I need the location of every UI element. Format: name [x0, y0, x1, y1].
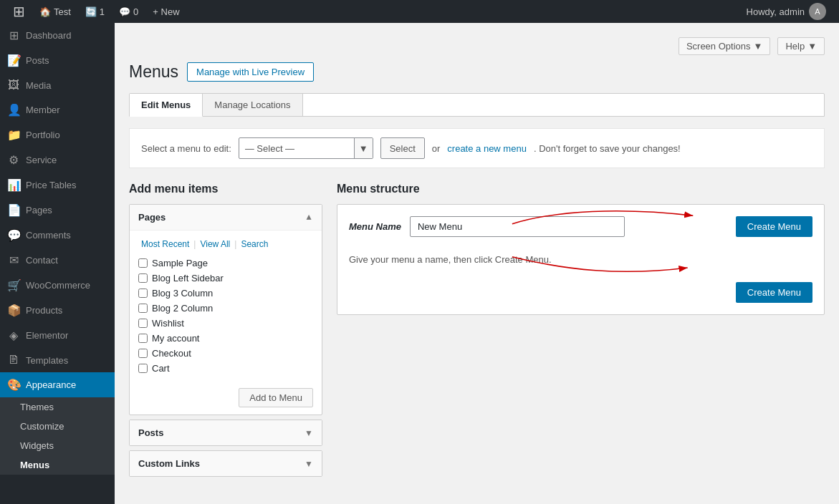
main-content: Screen Options ▼ Help ▼ Menus Manage wit… [115, 23, 839, 504]
add-to-menu-btn[interactable]: Add to Menu [239, 388, 313, 407]
page-checkbox-my-account[interactable] [138, 334, 148, 343]
screen-options-label: Screen Options [686, 41, 751, 52]
new-btn[interactable]: + New [145, 0, 186, 23]
howdy-text: Howdy, admin [747, 6, 805, 17]
sidebar-label-price-tables: Price Tables [26, 180, 77, 190]
sidebar-sub-themes[interactable]: Themes [0, 397, 115, 417]
posts-accordion-header[interactable]: Posts ▼ [130, 420, 322, 445]
page-item-wishlist[interactable]: Wishlist [138, 318, 313, 329]
sidebar-item-portfolio[interactable]: 📁 Portfolio [0, 122, 115, 147]
menu-name-input[interactable] [410, 216, 625, 237]
posts-accordion-arrow: ▼ [305, 428, 313, 438]
pages-accordion: Pages ▼ Most Recent | View All | Search [129, 204, 322, 415]
updates-btn[interactable]: 🔄 1 [78, 0, 112, 23]
sidebar-label-service: Service [26, 155, 57, 165]
add-menu-items-panel: Add menu items Pages ▼ Most Recent | Vie… [129, 183, 322, 481]
tab-edit-menus[interactable]: Edit Menus [130, 94, 203, 117]
service-icon: ⚙ [7, 153, 20, 167]
create-new-menu-link[interactable]: create a new menu [447, 143, 527, 154]
page-checkbox-blog-left[interactable] [138, 273, 148, 283]
select-btn[interactable]: Select [380, 137, 425, 159]
comments-btn[interactable]: 💬 0 [112, 0, 145, 23]
member-icon: 👤 [7, 103, 20, 117]
pages-list-wrapper: Sample Page Blog Left Sidebar Blog 3 Col… [138, 258, 313, 374]
sidebar-item-elementor[interactable]: ◈ Elementor [0, 323, 115, 348]
screen-options-btn[interactable]: Screen Options ▼ [679, 37, 770, 55]
wp-logo-btn[interactable]: ⊞ [6, 0, 32, 23]
mini-tab-view-all[interactable]: View All [197, 238, 233, 251]
sidebar-sub-menus[interactable]: Menus [0, 455, 115, 475]
page-title: Menus [129, 62, 178, 82]
appearance-submenu: Themes Customize Widgets Menus [0, 397, 115, 475]
sidebar-item-media[interactable]: 🖼 Media [0, 73, 115, 97]
new-label: + New [153, 6, 179, 17]
page-item-blog-left[interactable]: Blog Left Sidebar [138, 273, 313, 284]
sidebar-item-price-tables[interactable]: 📊 Price Tables [0, 173, 115, 198]
sidebar-label-appearance: Appearance [26, 379, 76, 390]
posts-accordion: Posts ▼ [129, 420, 322, 446]
menu-name-label: Menu Name [349, 221, 401, 232]
page-item-my-account[interactable]: My account [138, 333, 313, 344]
site-name-btn[interactable]: 🏠 Test [32, 0, 78, 23]
select-menu-bar: Select a menu to edit: — Select — ▼ Sele… [129, 128, 825, 168]
page-checkbox-cart[interactable] [138, 364, 148, 373]
tab-manage-locations[interactable]: Manage Locations [203, 94, 302, 116]
mini-tab-search[interactable]: Search [238, 238, 271, 251]
woocommerce-icon: 🛒 [7, 278, 20, 292]
or-text: or [432, 143, 441, 154]
page-checkbox-checkout[interactable] [138, 349, 148, 358]
sidebar-item-posts[interactable]: 📝 Posts [0, 48, 115, 73]
menu-select[interactable]: — Select — [239, 140, 354, 157]
screen-options-arrow-icon: ▼ [754, 41, 763, 52]
mini-tab-most-recent[interactable]: Most Recent [138, 238, 192, 251]
help-btn[interactable]: Help ▼ [777, 37, 825, 55]
sidebar-sub-customize[interactable]: Customize [0, 417, 115, 436]
sidebar-item-contact[interactable]: ✉ Contact [0, 248, 115, 273]
page-checkbox-wishlist[interactable] [138, 319, 148, 328]
admin-bar: ⊞ 🏠 Test 🔄 1 💬 0 + New Howdy, admin A [0, 0, 839, 23]
menu-structure-title: Menu structure [337, 183, 825, 195]
sidebar-item-service[interactable]: ⚙ Service [0, 147, 115, 173]
sidebar-item-comments[interactable]: 💬 Comments [0, 223, 115, 248]
sidebar-item-woocommerce[interactable]: 🛒 WooCommerce [0, 273, 115, 298]
sidebar-item-products[interactable]: 📦 Products [0, 298, 115, 323]
sidebar-label-dashboard: Dashboard [26, 30, 72, 41]
sidebar-label-posts: Posts [26, 55, 49, 66]
create-menu-btn-top[interactable]: Create Menu [736, 216, 812, 237]
top-bar: Screen Options ▼ Help ▼ [129, 37, 825, 55]
page-item-cart[interactable]: Cart [138, 363, 313, 374]
posts-icon: 📝 [7, 54, 20, 67]
create-menu-btn-bottom[interactable]: Create Menu [736, 282, 812, 303]
pages-accordion-arrow: ▼ [305, 213, 313, 223]
custom-links-accordion-header[interactable]: Custom Links ▼ [130, 451, 322, 476]
sidebar-sub-widgets[interactable]: Widgets [0, 436, 115, 455]
page-item-blog-2col[interactable]: Blog 2 Column [138, 303, 313, 314]
sidebar-label-elementor: Elementor [26, 330, 68, 341]
page-item-blog-3col[interactable]: Blog 3 Column [138, 288, 313, 299]
sidebar-item-pages[interactable]: 📄 Pages [0, 198, 115, 223]
howdy-btn[interactable]: Howdy, admin A [739, 3, 833, 20]
select-arrow-icon[interactable]: ▼ [354, 137, 373, 159]
updates-count: 1 [100, 6, 105, 17]
pages-accordion-header[interactable]: Pages ▼ [130, 205, 322, 230]
custom-links-accordion: Custom Links ▼ [129, 450, 322, 477]
sidebar-item-appearance[interactable]: 🎨 Appearance [0, 372, 115, 397]
pages-mini-tabs: Most Recent | View All | Search [138, 238, 313, 251]
comment-icon: 💬 [119, 6, 130, 17]
sidebar-item-templates[interactable]: 🖹 Templates [0, 348, 115, 372]
select-dropdown[interactable]: — Select — ▼ [239, 137, 373, 159]
tabs-row: Edit Menus Manage Locations [129, 93, 825, 117]
sidebar-item-dashboard[interactable]: ⊞ Dashboard [0, 23, 115, 48]
posts-accordion-label: Posts [138, 427, 163, 438]
menu-instructions: Give your menu a name, then click Create… [349, 248, 812, 271]
page-checkbox-blog-3col[interactable] [138, 289, 148, 298]
sidebar-item-member[interactable]: 👤 Member [0, 97, 115, 122]
dont-forget-text: . Don't forget to save your changes! [534, 143, 681, 154]
page-item-sample[interactable]: Sample Page [138, 258, 313, 268]
page-checkbox-blog-2col[interactable] [138, 304, 148, 313]
page-item-checkout[interactable]: Checkout [138, 348, 313, 359]
updates-icon: 🔄 [85, 6, 97, 17]
sidebar-label-products: Products [26, 305, 62, 316]
live-preview-btn[interactable]: Manage with Live Preview [187, 62, 314, 82]
page-checkbox-sample[interactable] [138, 258, 148, 268]
